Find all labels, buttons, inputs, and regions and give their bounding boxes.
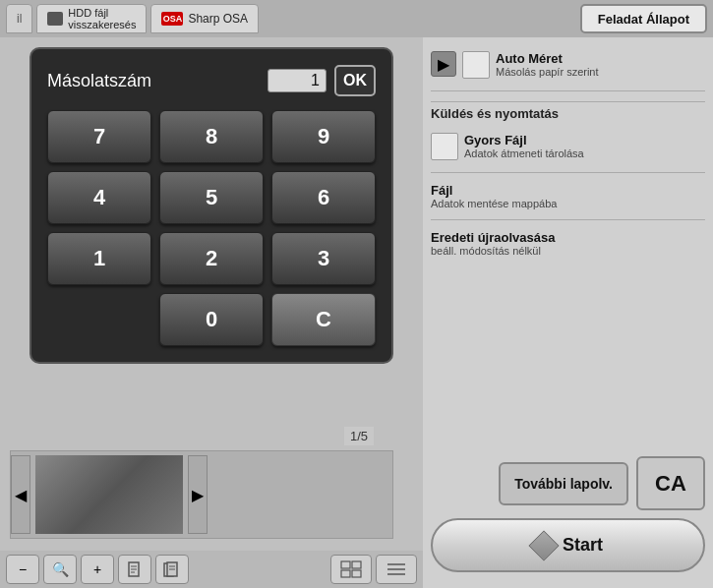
auto-meret-subtitle: Másolás papír szerint [496, 66, 705, 78]
key-8[interactable]: 8 [159, 110, 264, 163]
fajl-subtitle: Adatok mentése mappába [431, 198, 705, 209]
bottom-toolbar: − 🔍 + [0, 551, 423, 588]
fajl-title: Fájl [431, 183, 705, 198]
toolbar-lines[interactable] [376, 555, 417, 584]
divider-2 [431, 172, 705, 173]
key-clear[interactable]: C [271, 293, 376, 346]
key-5[interactable]: 5 [159, 171, 264, 224]
page-indicator: 1/5 [344, 427, 374, 445]
key-0[interactable]: 0 [159, 293, 264, 346]
key-1[interactable]: 1 [47, 232, 151, 285]
auto-meret-checkbox[interactable] [462, 51, 490, 79]
feladat-allapot-button[interactable]: Feladat Állapot [580, 4, 707, 33]
numpad-title: Másolatszám [47, 71, 267, 91]
auto-meret-play-button[interactable]: ▶ [431, 51, 456, 77]
eredeti-row: Eredeti újraolvasása beáll. módosítás né… [431, 228, 705, 259]
button-row-start: Start [431, 518, 705, 572]
preview-scroll-left[interactable]: ◀ [11, 455, 30, 534]
left-panel: Másolatszám 1 OK 7 8 9 4 5 6 1 2 3 0 C [0, 37, 423, 588]
key-3[interactable]: 3 [271, 232, 376, 285]
numpad-bottom-row: 0 C [47, 293, 376, 346]
divider-3 [431, 219, 705, 220]
bottom-right-area: További lapolv. CA Start [431, 456, 705, 578]
section-kuldes: Küldés és nyomtatás [431, 101, 705, 123]
fajl-row: Fájl Adatok mentése mappába [431, 181, 705, 211]
gyors-fajl-subtitle: Adatok átmeneti tárolása [464, 147, 705, 159]
key-2[interactable]: 2 [159, 232, 264, 285]
svg-rect-11 [352, 570, 361, 577]
toolbar-plus[interactable]: + [81, 555, 114, 584]
preview-thumb-1 [35, 455, 183, 534]
tovabb-button[interactable]: További lapolv. [499, 462, 628, 505]
eredeti-title: Eredeti újraolvasása [431, 230, 705, 245]
start-diamond-icon [528, 530, 559, 560]
main-area: Másolatszám 1 OK 7 8 9 4 5 6 1 2 3 0 C [0, 37, 713, 588]
button-row-top: További lapolv. CA [431, 456, 705, 510]
toolbar-page1[interactable] [118, 555, 151, 584]
gyors-fajl-text: Gyors Fájl Adatok átmeneti tárolása [464, 133, 705, 159]
numpad-display[interactable]: 1 [267, 69, 327, 92]
numpad-overlay: Másolatszám 1 OK 7 8 9 4 5 6 1 2 3 0 C [30, 47, 393, 364]
start-button[interactable]: Start [431, 518, 705, 572]
toolbar-minus[interactable]: − [6, 555, 39, 584]
ok-button[interactable]: OK [334, 65, 376, 96]
gyors-fajl-title: Gyors Fájl [464, 133, 705, 147]
tab-osa[interactable]: OSA Sharp OSA [150, 4, 259, 33]
key-4[interactable]: 4 [47, 171, 151, 224]
numpad-grid: 7 8 9 4 5 6 1 2 3 [47, 110, 376, 285]
toolbar-page2[interactable] [155, 555, 189, 584]
gyors-fajl-row: Gyors Fájl Adatok átmeneti tárolása [431, 129, 705, 164]
preview-area: ◀ ▶ [10, 450, 393, 539]
eredeti-subtitle: beáll. módosítás nélkül [431, 245, 705, 257]
svg-rect-9 [352, 561, 361, 568]
auto-meret-row: ▶ Auto Méret Másolás papír szerint [431, 47, 705, 83]
divider-1 [431, 90, 705, 91]
tab-partial: il [6, 4, 32, 33]
svg-rect-8 [341, 561, 350, 568]
osa-icon: OSA [161, 12, 183, 26]
auto-meret-title: Auto Méret [496, 51, 705, 66]
auto-meret-text: Auto Méret Másolás papír szerint [496, 51, 705, 78]
ca-button[interactable]: CA [636, 456, 705, 510]
numpad-header: Másolatszám 1 OK [47, 65, 376, 96]
toolbar-grid[interactable] [330, 555, 372, 584]
hdd-icon [47, 12, 63, 26]
right-panel: ▶ Auto Méret Másolás papír szerint Küldé… [423, 37, 713, 588]
key-9[interactable]: 9 [271, 110, 376, 163]
empty-left [47, 293, 151, 346]
preview-scroll-right[interactable]: ▶ [188, 455, 208, 534]
top-bar: il HDD fájl visszakeresés OSA Sharp OSA … [0, 0, 713, 37]
toolbar-zoom[interactable]: 🔍 [43, 555, 77, 584]
key-6[interactable]: 6 [271, 171, 376, 224]
tab-hdd[interactable]: HDD fájl visszakeresés [36, 4, 147, 33]
svg-rect-10 [341, 570, 350, 577]
gyors-fajl-checkbox[interactable] [431, 133, 458, 160]
key-7[interactable]: 7 [47, 110, 151, 163]
